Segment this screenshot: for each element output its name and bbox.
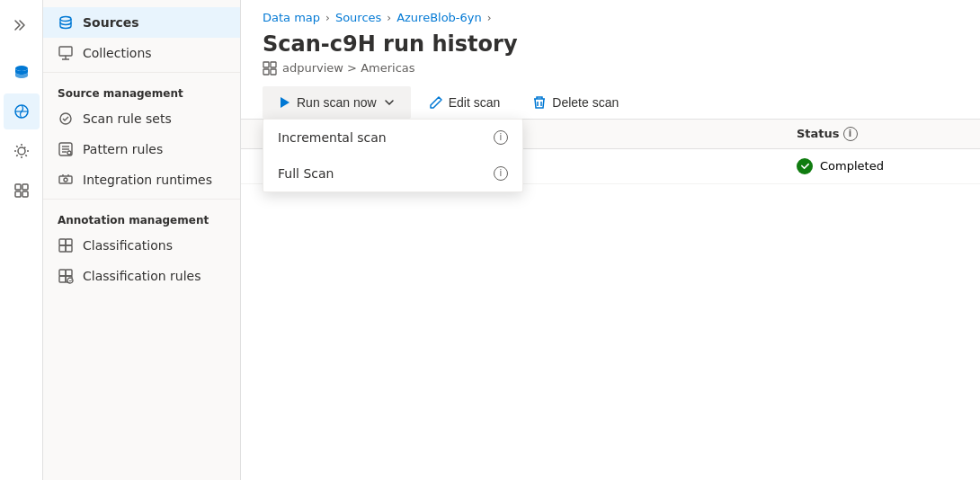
collection-icon	[263, 61, 277, 76]
sidebar-item-classification-rules[interactable]: Classification rules	[43, 261, 240, 291]
page-header: Scan-c9H run history adpurview > America…	[241, 31, 980, 86]
sidebar-item-scan-rule-sets[interactable]: Scan rule sets	[43, 103, 240, 134]
completed-status-icon	[797, 158, 813, 174]
main-content: Data map › Sources › AzureBlob-6yn › Sca…	[241, 0, 980, 480]
svg-rect-3	[15, 184, 21, 190]
play-icon	[277, 95, 291, 110]
svg-point-9	[60, 113, 71, 124]
icon-rail	[0, 0, 43, 480]
management-icon[interactable]	[4, 173, 40, 209]
svg-point-14	[67, 151, 71, 155]
svg-rect-20	[66, 245, 72, 252]
chevron-down-icon	[382, 95, 396, 110]
edit-scan-label: Edit scan	[449, 95, 501, 110]
svg-point-16	[64, 178, 67, 182]
svg-rect-15	[59, 176, 72, 183]
sidebar-item-sources-label: Sources	[83, 15, 139, 30]
breadcrumb-sep-1: ›	[325, 12, 330, 24]
sidebar-item-pattern-rules-label: Pattern rules	[83, 142, 163, 156]
data-map-icon[interactable]	[4, 93, 40, 129]
sidebar-item-sources[interactable]: Sources	[43, 7, 240, 38]
breadcrumb: Data map › Sources › AzureBlob-6yn ›	[241, 0, 980, 31]
svg-rect-6	[22, 191, 28, 197]
sidebar-item-pattern-rules[interactable]: Pattern rules	[43, 134, 240, 164]
source-management-label: Source management	[43, 76, 240, 103]
sidebar-item-collections[interactable]: Collections	[43, 38, 240, 68]
svg-rect-17	[59, 239, 66, 245]
svg-rect-18	[66, 239, 72, 245]
full-scan-label: Full Scan	[278, 166, 334, 181]
svg-marker-30	[281, 97, 290, 108]
annotation-management-label: Annotation management	[43, 203, 240, 230]
full-scan-info-icon[interactable]: i	[494, 166, 508, 181]
svg-point-2	[18, 147, 25, 155]
svg-rect-19	[59, 245, 66, 252]
svg-rect-23	[59, 276, 66, 282]
sidebar-item-integration-runtimes[interactable]: Integration runtimes	[43, 164, 240, 195]
svg-rect-21	[59, 270, 66, 276]
sidebar: Sources Collections Source management Sc…	[43, 0, 241, 480]
breadcrumb-sep-3: ›	[487, 12, 492, 24]
svg-rect-26	[263, 62, 269, 67]
dropdown-item-incremental-scan[interactable]: Incremental scan i	[263, 120, 522, 156]
expand-collapse-icon[interactable]	[4, 7, 40, 43]
svg-point-0	[15, 66, 28, 71]
sidebar-item-classifications[interactable]: Classifications	[43, 230, 240, 261]
svg-point-7	[60, 17, 71, 22]
sidebar-divider-1	[43, 72, 240, 73]
run-scan-now-button[interactable]: Run scan now	[263, 86, 411, 119]
svg-rect-27	[271, 62, 276, 67]
status-info-icon[interactable]: i	[843, 127, 858, 141]
run-scan-now-label: Run scan now	[297, 95, 377, 110]
edit-scan-button[interactable]: Edit scan	[414, 86, 515, 119]
page-subtitle: adpurview > Americas	[263, 61, 958, 76]
sidebar-divider-2	[43, 199, 240, 200]
delete-scan-label: Delete scan	[552, 95, 619, 110]
svg-rect-28	[263, 69, 269, 75]
sidebar-item-collections-label: Collections	[83, 46, 152, 60]
svg-rect-29	[271, 69, 276, 75]
edit-icon	[429, 95, 443, 110]
delete-icon	[532, 95, 547, 110]
incremental-scan-info-icon[interactable]: i	[494, 130, 508, 145]
svg-rect-5	[15, 191, 21, 197]
page-subtitle-text: adpurview > Americas	[282, 61, 415, 75]
page-title: Scan-c9H run history	[263, 31, 958, 58]
svg-rect-4	[22, 184, 28, 190]
sidebar-item-scan-rule-sets-label: Scan rule sets	[83, 111, 172, 126]
svg-rect-8	[59, 47, 72, 56]
insights-icon[interactable]	[4, 133, 40, 169]
breadcrumb-data-map[interactable]: Data map	[263, 11, 320, 24]
data-catalog-icon[interactable]	[4, 54, 40, 90]
checkmark-icon	[800, 161, 810, 171]
toolbar: Run scan now Incremental scan i Full Sca…	[241, 86, 980, 120]
run-scan-dropdown-container: Run scan now Incremental scan i Full Sca…	[263, 86, 414, 119]
breadcrumb-azureblob[interactable]: AzureBlob-6yn	[396, 11, 482, 24]
dropdown-item-full-scan[interactable]: Full Scan i	[263, 156, 522, 191]
run-scan-dropdown-menu: Incremental scan i Full Scan i	[263, 119, 523, 192]
status-text: Completed	[820, 159, 884, 173]
breadcrumb-sep-2: ›	[387, 12, 391, 24]
delete-scan-button[interactable]: Delete scan	[518, 86, 633, 119]
status-cell: Completed	[797, 158, 958, 174]
sidebar-item-classification-rules-label: Classification rules	[83, 269, 201, 283]
svg-rect-22	[66, 270, 72, 276]
breadcrumb-sources[interactable]: Sources	[335, 11, 381, 24]
incremental-scan-label: Incremental scan	[278, 130, 387, 145]
sidebar-item-integration-runtimes-label: Integration runtimes	[83, 173, 212, 187]
sidebar-item-classifications-label: Classifications	[83, 238, 173, 253]
col-header-status: Status i	[797, 127, 958, 141]
